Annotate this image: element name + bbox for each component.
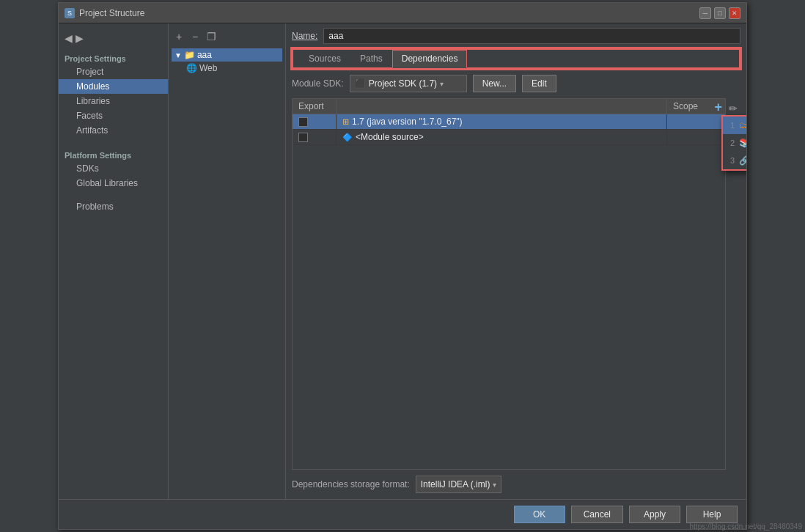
project-structure-dialog: S Project Structure ─ □ ✕ ◀ ▶ Project Se… — [58, 2, 747, 530]
deps-cell-scope-sdk — [666, 114, 725, 129]
sidebar-item-libraries[interactable]: Libraries — [59, 94, 168, 108]
deps-cell-export-sdk — [293, 114, 337, 129]
module-sdk-row: Module SDK: ⬛ Project SDK (1.7) ▾ New...… — [286, 69, 746, 98]
apply-button[interactable]: Apply — [629, 506, 680, 523]
storage-dropdown-arrow-icon: ▾ — [493, 481, 496, 489]
middle-section: + − ❐ ▼ 📁 aaa 🌐 Web Name: — [169, 23, 746, 499]
item-1-num: 1 — [730, 121, 735, 130]
name-label: Name: — [292, 31, 317, 41]
window-controls: ─ □ ✕ — [699, 7, 740, 19]
sidebar-item-problems[interactable]: Problems — [59, 199, 168, 214]
add-module-button[interactable]: + — [172, 29, 186, 44]
storage-format-label: Dependencies storage format: — [292, 479, 410, 489]
ok-button[interactable]: OK — [514, 506, 565, 523]
nav-back-button[interactable]: ◀ — [65, 32, 73, 44]
nav-forward-button[interactable]: ▶ — [76, 32, 84, 44]
top-section: Name: Sources Paths Dependencies — [286, 23, 746, 69]
module-folder-icon: 📁 — [184, 50, 195, 60]
deps-table-header: Export Scope + 1 🗂 JARs or directories..… — [293, 99, 725, 114]
project-settings-section: Project Settings — [59, 50, 168, 64]
deps-cell-scope-module — [666, 130, 725, 144]
window-icon: S — [65, 8, 75, 18]
name-row: Name: — [286, 23, 746, 48]
dropdown-item-jars[interactable]: 1 🗂 JARs or directories... — [723, 117, 746, 134]
tree-node-aaa[interactable]: ▼ 📁 aaa — [172, 48, 282, 62]
bottom-bar: OK Cancel Apply Help — [59, 499, 746, 529]
module-sdk-label: Module SDK: — [292, 78, 344, 89]
sdk-icon: ⬛ — [355, 78, 366, 89]
deps-table-container: Export Scope + 1 🗂 JARs or directories..… — [292, 98, 740, 470]
deps-row-sdk-label: 1.7 (java version "1.7.0_67") — [352, 117, 463, 127]
title-bar: S Project Structure ─ □ ✕ — [59, 3, 746, 23]
sidebar-item-sdks[interactable]: SDKs — [59, 161, 168, 176]
sidebar-nav: ◀ ▶ — [59, 29, 168, 50]
tree-node-web[interactable]: 🌐 Web — [172, 62, 282, 75]
sdk-selector[interactable]: ⬛ Project SDK (1.7) ▾ — [350, 75, 467, 92]
col-export-header: Export — [293, 99, 337, 114]
dropdown-item-library[interactable]: 2 📚 Library... — [723, 134, 746, 152]
platform-settings-section: Platform Settings — [59, 147, 168, 161]
add-dependency-button[interactable]: + — [714, 100, 722, 115]
remove-module-button[interactable]: − — [188, 29, 202, 44]
storage-format-value: IntelliJ IDEA (.iml) — [421, 479, 490, 489]
storage-format-selector[interactable]: IntelliJ IDEA (.iml) ▾ — [416, 476, 502, 493]
watermark: https://blog.csdn.net/qq_28480349 — [690, 522, 802, 531]
deps-cell-name-sdk: ⊞ 1.7 (java version "1.7.0_67") — [337, 114, 666, 129]
deps-row-module[interactable]: 🔷 <Module source> — [293, 130, 725, 145]
module-tree: + − ❐ ▼ 📁 aaa 🌐 Web — [169, 23, 286, 499]
dep-icon: 🔗 — [739, 155, 746, 166]
export-checkbox-module[interactable] — [298, 133, 308, 142]
sidebar: ◀ ▶ Project Settings Project Modules Lib… — [59, 23, 169, 499]
deps-row-sdk[interactable]: ⊞ 1.7 (java version "1.7.0_67") — [293, 114, 725, 130]
col-name-header — [337, 99, 666, 114]
sdk-edit-button[interactable]: Edit — [522, 75, 556, 92]
dependency-dropdown-popup: 1 🗂 JARs or directories... 2 📚 Library..… — [721, 115, 746, 171]
name-input[interactable] — [323, 28, 740, 44]
tabs-bar: Sources Paths Dependencies — [292, 48, 740, 69]
tab-dependencies[interactable]: Dependencies — [392, 50, 468, 68]
sidebar-item-facets[interactable]: Facets — [59, 108, 168, 123]
item-3-num: 3 — [730, 156, 735, 165]
tree-node-aaa-label: aaa — [197, 50, 212, 60]
minimize-button[interactable]: ─ — [699, 7, 711, 19]
sdk-new-button[interactable]: New... — [473, 75, 516, 92]
jar-icon: 🗂 — [739, 120, 746, 130]
deps-row-module-label: <Module source> — [356, 132, 424, 142]
edit-pencil-button[interactable]: ✏ — [726, 101, 740, 116]
tree-node-web-label: Web — [199, 63, 217, 73]
tree-toolbar: + − ❐ — [172, 29, 282, 44]
tab-sources[interactable]: Sources — [299, 50, 350, 67]
sdk-value: Project SDK (1.7) — [369, 78, 437, 89]
tree-arrow-icon: ▼ — [174, 51, 182, 59]
storage-format-row: Dependencies storage format: IntelliJ ID… — [286, 470, 746, 499]
sdk-row-icon: ⊞ — [342, 117, 349, 127]
dialog-body: ◀ ▶ Project Settings Project Modules Lib… — [59, 23, 746, 499]
maximize-button[interactable]: □ — [714, 7, 726, 19]
window-title: Project Structure — [79, 8, 144, 18]
sidebar-item-project[interactable]: Project — [59, 64, 168, 79]
sidebar-item-global-libraries[interactable]: Global Libraries — [59, 176, 168, 191]
copy-module-button[interactable]: ❐ — [204, 29, 218, 44]
sidebar-item-modules[interactable]: Modules — [59, 79, 168, 94]
lib-icon: 📚 — [739, 138, 746, 148]
sidebar-item-artifacts[interactable]: Artifacts — [59, 123, 168, 138]
cancel-button[interactable]: Cancel — [571, 506, 623, 523]
tab-paths[interactable]: Paths — [350, 50, 392, 67]
item-2-num: 2 — [730, 138, 735, 147]
web-icon: 🌐 — [186, 63, 197, 73]
module-row-icon: 🔷 — [342, 133, 353, 142]
content-area: Name: Sources Paths Dependencies — [286, 23, 746, 499]
deps-rows: ⊞ 1.7 (java version "1.7.0_67") — [293, 114, 725, 469]
export-checkbox-sdk[interactable] — [298, 117, 308, 127]
deps-table: Export Scope + 1 🗂 JARs or directories..… — [292, 98, 726, 470]
help-button[interactable]: Help — [686, 506, 738, 523]
dropdown-item-module-dep[interactable]: 3 🔗 Module Dependency... — [723, 152, 746, 169]
close-button[interactable]: ✕ — [729, 7, 740, 19]
deps-cell-export-module — [293, 130, 337, 144]
deps-cell-name-module: 🔷 <Module source> — [337, 130, 666, 144]
sdk-dropdown-arrow-icon: ▾ — [440, 80, 444, 88]
